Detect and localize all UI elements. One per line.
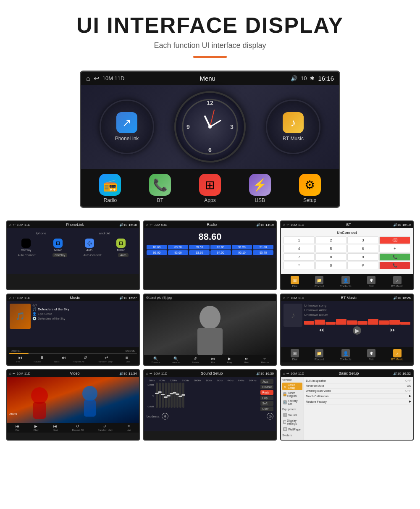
photo-next-btn[interactable]: ⏭ Next [244, 357, 249, 364]
freq-btn[interactable]: 93.60 [168, 250, 189, 255]
music-pause[interactable]: ⏸ [40, 355, 44, 360]
back-icon[interactable]: ↩ [94, 74, 99, 82]
freq-btn[interactable]: 93.90 [189, 250, 210, 255]
app-setup[interactable]: ⚙ Setup [299, 174, 321, 203]
num-star[interactable]: * [284, 262, 315, 269]
music-repeat[interactable]: ↺ [84, 355, 87, 360]
num-3[interactable]: 3 [347, 236, 378, 244]
genre-jazz[interactable]: Jazz [260, 379, 273, 384]
pl-carplay[interactable]: CarPlay [21, 239, 31, 252]
freq-btn[interactable]: 95.10 [232, 250, 252, 255]
bt-dial[interactable]: ⊞ Dial [291, 276, 299, 288]
btm-play[interactable]: ▶ [353, 326, 361, 335]
music-list[interactable]: ≡ [126, 355, 128, 360]
freq-btn[interactable]: 89.20 [168, 245, 189, 249]
freq-btn[interactable]: 93.00 [147, 250, 167, 255]
display-settings-item[interactable]: 🖥 Display settings [282, 418, 302, 426]
music-random[interactable]: ⇄ [105, 355, 108, 360]
eq-slider-6[interactable] [171, 383, 173, 408]
home-icon[interactable]: ⌂ [86, 75, 90, 82]
genre-pop[interactable]: Pop [260, 396, 273, 400]
rotate-btn[interactable]: ↺ Rotate [192, 357, 200, 364]
btm-next[interactable]: ⏭ [390, 326, 396, 335]
num-backspace[interactable]: ⌫ [379, 236, 410, 244]
eq-slider-3[interactable] [162, 383, 164, 408]
btm-record[interactable]: 📁 Record [315, 349, 324, 361]
btm-prev[interactable]: ⏮ [318, 326, 324, 335]
photo-return-btn[interactable]: ↩ Return [261, 357, 269, 364]
num-4[interactable]: 4 [284, 245, 315, 252]
eq-slider-9[interactable] [179, 383, 181, 408]
video-next[interactable]: ⏭Next [52, 424, 58, 431]
loudness-icon[interactable]: ⊕ [162, 413, 168, 420]
touch-calibration-row[interactable]: Touch Calibration ▶ [306, 394, 411, 399]
sound-settings-icon[interactable]: ◎ [267, 413, 273, 420]
num-0[interactable]: 0 [315, 262, 346, 269]
video-repeat[interactable]: ↺Repeat All [72, 424, 83, 431]
video-random[interactable]: ⇄Random play [98, 424, 113, 431]
wallpaper-item[interactable]: 🖼 WallPaper [282, 426, 302, 432]
sound-item[interactable]: ♪ Sound [282, 412, 302, 418]
num-7[interactable]: 7 [284, 253, 315, 261]
photo-play-btn[interactable]: ▶ Play [227, 357, 232, 364]
basic-setup-item[interactable]: ⚙ Basic Setup [282, 383, 302, 390]
btm-dial[interactable]: ⊞ Dial [291, 349, 299, 361]
zoom-out-btn[interactable]: 🔍 oom o- [172, 357, 180, 364]
num-endcall[interactable]: 📞 [379, 262, 410, 269]
num-call[interactable]: 📞 [379, 253, 410, 261]
pl-mirror-android[interactable]: ⊡ Mirror [116, 239, 126, 252]
eq-slider-4[interactable] [165, 383, 167, 408]
eq-slider-5[interactable] [168, 383, 170, 408]
eq-slider-8[interactable] [176, 383, 178, 408]
btm-contacts[interactable]: 👤 Contacts [340, 349, 352, 361]
eq-slider-7[interactable] [173, 383, 176, 408]
pl-mirror-iphone[interactable]: ⊡ Mirror [53, 239, 63, 252]
genre-soft[interactable]: Soft [260, 401, 273, 406]
num-9[interactable]: 9 [347, 253, 378, 261]
restore-factory-row[interactable]: Restore Factory ▶ [306, 399, 411, 404]
freq-btn[interactable]: 89.80 [210, 245, 231, 249]
freq-btn[interactable]: 91.50 [232, 245, 252, 249]
btmusic-widget[interactable]: ♪ BT Music [266, 100, 320, 154]
freq-btn[interactable]: 88.60 [147, 245, 167, 249]
zoom-in-btn[interactable]: 🔍 Zoom + [151, 357, 160, 364]
eq-slider-1[interactable] [156, 383, 158, 408]
app-usb[interactable]: ⚡ USB [249, 174, 271, 203]
bt-music[interactable]: ♪ BT Music [391, 276, 403, 288]
app-radio[interactable]: 📻 Radio [99, 174, 121, 203]
num-plus[interactable]: + [379, 245, 410, 252]
pl-auto[interactable]: ◎ Auto [85, 239, 94, 252]
freq-btn[interactable]: 91.80 [253, 245, 273, 249]
freq-btn[interactable]: 89.50 [189, 245, 210, 249]
phonelink-widget[interactable]: ↗ PhoneLink [100, 100, 154, 154]
num-5[interactable]: 5 [315, 245, 346, 252]
video-list[interactable]: ≡List [127, 424, 131, 431]
btm-pair[interactable]: ✱ Pair [367, 349, 375, 361]
num-hash[interactable]: # [347, 262, 378, 269]
genre-classic[interactable]: Classic [260, 385, 273, 389]
bt-contacts[interactable]: 👤 Contacts [340, 276, 352, 288]
bt-record[interactable]: 📁 Record [315, 276, 324, 288]
music-prev[interactable]: ⏮ [18, 355, 22, 360]
video-play[interactable]: ▶Play [34, 424, 39, 431]
photo-prev-btn[interactable]: ⏮ Pre [211, 357, 215, 364]
tuner-region-item[interactable]: 📻 Tuner Region [282, 391, 302, 398]
freq-btn[interactable]: 94.50 [210, 250, 231, 255]
num-8[interactable]: 8 [315, 253, 346, 261]
eq-slider-2[interactable] [159, 383, 161, 408]
freq-btn[interactable]: 95.70 [253, 250, 273, 255]
eq-slider-10[interactable] [182, 383, 184, 408]
app-bt[interactable]: 📞 BT [149, 174, 171, 203]
app-apps[interactable]: ⊞ Apps [199, 174, 221, 203]
factory-set-item[interactable]: 🔧 Factory Set [282, 399, 302, 406]
num-2[interactable]: 2 [315, 236, 346, 244]
genre-user[interactable]: User [260, 407, 273, 411]
num-6[interactable]: 6 [347, 245, 378, 252]
bt-pair[interactable]: ✱ Pair [367, 276, 375, 288]
genre-rock[interactable]: Rock [260, 390, 273, 395]
mini-btmusic-topbar: ⌂ ↩ 10M 11D BT Music 🔊10 16:26 [281, 294, 413, 301]
music-next[interactable]: ⏭ [62, 355, 66, 360]
num-1[interactable]: 1 [284, 236, 315, 244]
btm-btmusic[interactable]: ♪ BT Music [391, 349, 403, 361]
video-prev[interactable]: ⏮Pre [16, 424, 19, 431]
